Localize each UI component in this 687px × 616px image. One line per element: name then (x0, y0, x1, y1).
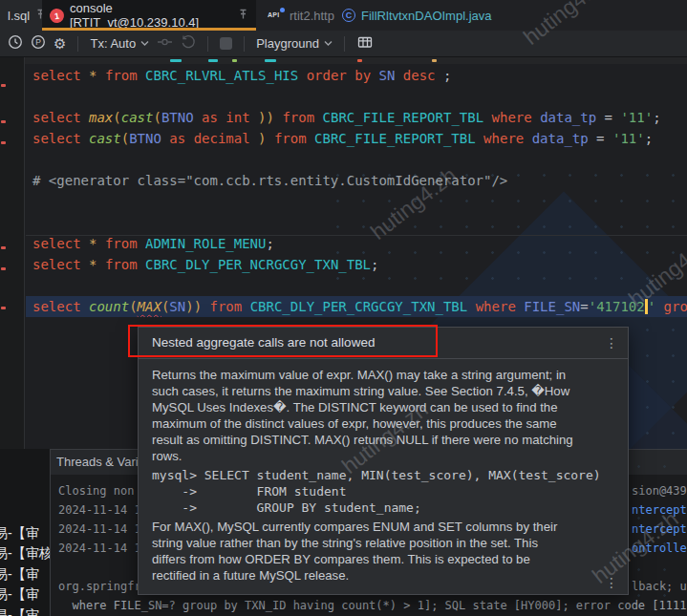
pin-icon[interactable] (238, 9, 248, 23)
more-actions-icon[interactable]: ⋮ (605, 576, 618, 589)
code-line (0, 149, 687, 170)
tab-rtit2-http[interactable]: API rtit2.http (260, 0, 333, 31)
toolbar-separator (207, 36, 208, 52)
doc-line: such cases, it returns the maximum strin… (152, 383, 616, 399)
gutter-error-mark (1, 84, 6, 87)
rollback-button[interactable] (181, 34, 196, 53)
background-window-row: 易-【审 (0, 525, 39, 542)
code-line: select * from ADMIN_ROLE_MENU; (0, 233, 687, 254)
log-line: 2024-11-14 11 (58, 542, 148, 555)
code-line: select max(cast(BTNO as int )) from CBRC… (0, 107, 687, 128)
editor-tab-bar: l.sql 1 console [RTIT_vt@10.239.10.4] AP… (0, 0, 687, 31)
doc-line: rows. (152, 448, 616, 464)
background-dot-pattern (626, 454, 687, 611)
doc-line: differs from how ORDER BY compares them.… (152, 551, 616, 567)
more-actions-icon[interactable]: ⋮ (605, 336, 618, 350)
commit-button[interactable] (157, 34, 173, 53)
doc-paragraph: For MAX(), MySQL currently compares ENUM… (152, 519, 616, 584)
svg-text:P: P (35, 37, 41, 47)
doc-line: string value rather than by the string's… (152, 535, 616, 551)
background-window-text-column: 易-【审易-【审核易-【审易-【审易-【审 (0, 449, 50, 616)
doc-line: rectified in a future MySQL release. (152, 567, 616, 584)
tab-label: FillRltvtxnDAOImpl.java (361, 9, 492, 23)
code-line: select * from CBRC_DLY_PER_NCRGCGY_TXN_T… (0, 254, 687, 275)
execution-plan-button[interactable]: P (31, 34, 46, 53)
background-window-row: 易-【审核 (0, 545, 50, 563)
playground-label: Playground (256, 36, 319, 51)
doc-line: For MAX(), MySQL currently compares ENUM… (152, 519, 616, 535)
background-window-row: 易-【审 (0, 586, 39, 604)
console-toolbar: P ⚙ Tx: Auto Playground (0, 31, 687, 57)
chevron-down-icon (324, 40, 333, 47)
code-line (0, 191, 687, 212)
toolbar-separator (77, 36, 78, 52)
ide-window: l.sql 1 console [RTIT_vt@10.239.10.4] AP… (0, 0, 687, 616)
console-file-icon: 1 (49, 8, 65, 24)
stop-button[interactable] (220, 37, 232, 50)
background-window-row: 易-【审 (0, 607, 39, 616)
playground-dropdown[interactable]: Playground (256, 36, 333, 51)
tab-label: rtit2.http (290, 9, 334, 23)
log-line: 2024-11-14 11 (58, 503, 148, 517)
code-line-caret: select count(MAX(SN)) from CBRC_DLY_PER_… (0, 296, 687, 317)
doc-line: result as omitting DISTINCT. MAX() retur… (152, 432, 616, 448)
editor-gutter (0, 57, 25, 449)
gutter-error-mark (1, 307, 6, 309)
sql-error-log-line: where FILE_SN=? group by TXN_ID having c… (58, 599, 687, 612)
doc-line: -> FROM student (152, 483, 616, 499)
code-line (0, 212, 687, 233)
background-window-row: 易-【审 (0, 566, 39, 584)
doc-paragraph: Returns the maximum value of expr. MAX()… (152, 367, 616, 464)
gutter-error-mark (1, 246, 6, 249)
code-line: # <generator class="com.ccb.rts.entity.C… (0, 170, 687, 191)
chevron-down-icon (140, 40, 149, 47)
log-line: 2024-11-14 11 (58, 522, 148, 536)
toolbar-separator (244, 36, 245, 52)
tx-mode-dropdown[interactable]: Tx: Auto (90, 36, 149, 51)
tab-l-sql[interactable]: l.sql (0, 0, 42, 31)
inspection-message: Nested aggregate calls are not allowed (152, 335, 375, 350)
tab-console[interactable]: 1 console [RTIT_vt@10.239.10.4] (42, 0, 256, 31)
code-line (0, 275, 687, 296)
doc-line: -> GROUP BY student_name; (152, 499, 616, 516)
tab-threads-variables[interactable]: Threads & Varia (56, 455, 145, 469)
gutter-error-mark (1, 141, 6, 144)
documentation-body: Returns the maximum value of expr. MAX()… (139, 359, 628, 584)
code-lines: select * from CBRC_RLVRL_ATLS_HIS order … (0, 65, 687, 317)
documentation-popup: Nested aggregate calls are not allowed ⋮… (138, 327, 629, 595)
doc-line: Returns the maximum value of expr. MAX()… (152, 367, 616, 383)
code-line: select cast(BTNO as decimal ) from CBRC_… (0, 128, 687, 149)
java-class-icon: C (342, 9, 355, 22)
tab-label: l.sql (8, 9, 30, 23)
code-line (0, 86, 687, 107)
gutter-error-mark (1, 120, 6, 123)
clipped-code-line (0, 57, 687, 64)
table-view-button[interactable] (356, 34, 374, 53)
gutter-error-mark (1, 267, 6, 270)
doc-code-example: mysql> SELECT student_name, MIN(test_sco… (152, 467, 616, 516)
doc-line: maximum of the distinct values of expr, … (152, 415, 616, 432)
http-file-icon: API (268, 10, 284, 21)
inspection-message-row: Nested aggregate calls are not allowed ⋮ (139, 328, 628, 359)
tab-java-file[interactable]: C FillRltvtxnDAOImpl.java (334, 0, 487, 31)
doc-line: MySQL Uses Indexes�. The DISTINCT keywor… (152, 399, 616, 415)
tab-label: console [RTIT_vt@10.239.10.4] (70, 1, 232, 30)
log-line: org.springfra (58, 580, 148, 593)
history-button[interactable] (8, 34, 23, 53)
doc-line: mysql> SELECT student_name, MIN(test_sco… (152, 467, 616, 483)
settings-gear-icon[interactable]: ⚙ (54, 36, 66, 51)
toolbar-separator (344, 36, 345, 52)
tx-mode-label: Tx: Auto (90, 36, 136, 51)
code-line: select * from CBRC_RLVRL_ATLS_HIS order … (0, 65, 687, 86)
